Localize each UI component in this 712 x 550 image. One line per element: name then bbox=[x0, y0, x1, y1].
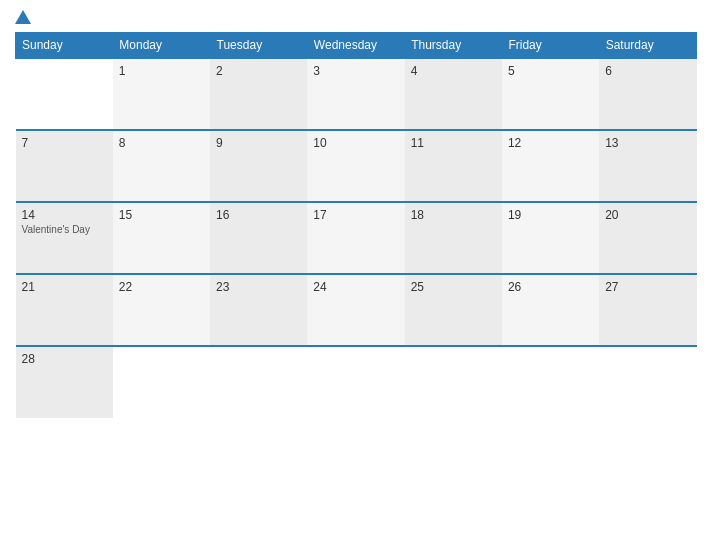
day-number: 1 bbox=[119, 64, 204, 78]
calendar-cell: 14Valentine's Day bbox=[16, 202, 113, 274]
calendar-cell bbox=[113, 346, 210, 418]
days-header-row: Sunday Monday Tuesday Wednesday Thursday… bbox=[16, 33, 697, 59]
col-wednesday: Wednesday bbox=[307, 33, 404, 59]
day-number: 2 bbox=[216, 64, 301, 78]
calendar-cell bbox=[502, 346, 599, 418]
day-number: 6 bbox=[605, 64, 690, 78]
day-event: Valentine's Day bbox=[22, 224, 107, 235]
day-number: 13 bbox=[605, 136, 690, 150]
calendar-cell bbox=[405, 346, 502, 418]
calendar-cell: 2 bbox=[210, 58, 307, 130]
day-number: 28 bbox=[22, 352, 107, 366]
day-number: 14 bbox=[22, 208, 107, 222]
calendar-week-row: 78910111213 bbox=[16, 130, 697, 202]
day-number: 4 bbox=[411, 64, 496, 78]
day-number: 10 bbox=[313, 136, 398, 150]
calendar-cell: 17 bbox=[307, 202, 404, 274]
logo bbox=[15, 10, 33, 24]
calendar-cell: 7 bbox=[16, 130, 113, 202]
day-number: 20 bbox=[605, 208, 690, 222]
calendar-week-row: 14Valentine's Day151617181920 bbox=[16, 202, 697, 274]
calendar-cell: 8 bbox=[113, 130, 210, 202]
calendar-cell: 23 bbox=[210, 274, 307, 346]
day-number: 18 bbox=[411, 208, 496, 222]
calendar-cell: 22 bbox=[113, 274, 210, 346]
calendar-cell: 16 bbox=[210, 202, 307, 274]
calendar-cell: 4 bbox=[405, 58, 502, 130]
logo-blue-area bbox=[15, 10, 33, 24]
calendar-cell: 24 bbox=[307, 274, 404, 346]
day-number: 19 bbox=[508, 208, 593, 222]
calendar-table: Sunday Monday Tuesday Wednesday Thursday… bbox=[15, 32, 697, 418]
col-tuesday: Tuesday bbox=[210, 33, 307, 59]
col-monday: Monday bbox=[113, 33, 210, 59]
calendar-week-row: 123456 bbox=[16, 58, 697, 130]
col-sunday: Sunday bbox=[16, 33, 113, 59]
calendar-container: Sunday Monday Tuesday Wednesday Thursday… bbox=[0, 0, 712, 550]
day-number: 11 bbox=[411, 136, 496, 150]
calendar-cell bbox=[16, 58, 113, 130]
calendar-cell: 26 bbox=[502, 274, 599, 346]
calendar-cell bbox=[210, 346, 307, 418]
calendar-cell: 1 bbox=[113, 58, 210, 130]
calendar-thead: Sunday Monday Tuesday Wednesday Thursday… bbox=[16, 33, 697, 59]
col-saturday: Saturday bbox=[599, 33, 696, 59]
day-number: 21 bbox=[22, 280, 107, 294]
day-number: 9 bbox=[216, 136, 301, 150]
calendar-cell: 19 bbox=[502, 202, 599, 274]
calendar-cell: 12 bbox=[502, 130, 599, 202]
day-number: 15 bbox=[119, 208, 204, 222]
day-number: 17 bbox=[313, 208, 398, 222]
day-number: 16 bbox=[216, 208, 301, 222]
calendar-cell: 5 bbox=[502, 58, 599, 130]
logo-triangle-icon bbox=[15, 10, 31, 24]
col-friday: Friday bbox=[502, 33, 599, 59]
calendar-cell: 3 bbox=[307, 58, 404, 130]
day-number: 26 bbox=[508, 280, 593, 294]
day-number: 25 bbox=[411, 280, 496, 294]
calendar-cell: 15 bbox=[113, 202, 210, 274]
calendar-cell bbox=[599, 346, 696, 418]
day-number: 5 bbox=[508, 64, 593, 78]
calendar-cell: 11 bbox=[405, 130, 502, 202]
day-number: 23 bbox=[216, 280, 301, 294]
calendar-cell: 25 bbox=[405, 274, 502, 346]
day-number: 22 bbox=[119, 280, 204, 294]
col-thursday: Thursday bbox=[405, 33, 502, 59]
calendar-cell: 10 bbox=[307, 130, 404, 202]
calendar-cell: 6 bbox=[599, 58, 696, 130]
day-number: 27 bbox=[605, 280, 690, 294]
calendar-cell: 9 bbox=[210, 130, 307, 202]
calendar-cell: 27 bbox=[599, 274, 696, 346]
day-number: 7 bbox=[22, 136, 107, 150]
day-number: 12 bbox=[508, 136, 593, 150]
calendar-cell bbox=[307, 346, 404, 418]
calendar-cell: 28 bbox=[16, 346, 113, 418]
day-number: 8 bbox=[119, 136, 204, 150]
calendar-week-row: 28 bbox=[16, 346, 697, 418]
calendar-body: 1234567891011121314Valentine's Day151617… bbox=[16, 58, 697, 418]
calendar-cell: 13 bbox=[599, 130, 696, 202]
day-number: 24 bbox=[313, 280, 398, 294]
calendar-cell: 20 bbox=[599, 202, 696, 274]
calendar-cell: 21 bbox=[16, 274, 113, 346]
day-number: 3 bbox=[313, 64, 398, 78]
calendar-header bbox=[15, 10, 697, 24]
calendar-week-row: 21222324252627 bbox=[16, 274, 697, 346]
calendar-cell: 18 bbox=[405, 202, 502, 274]
